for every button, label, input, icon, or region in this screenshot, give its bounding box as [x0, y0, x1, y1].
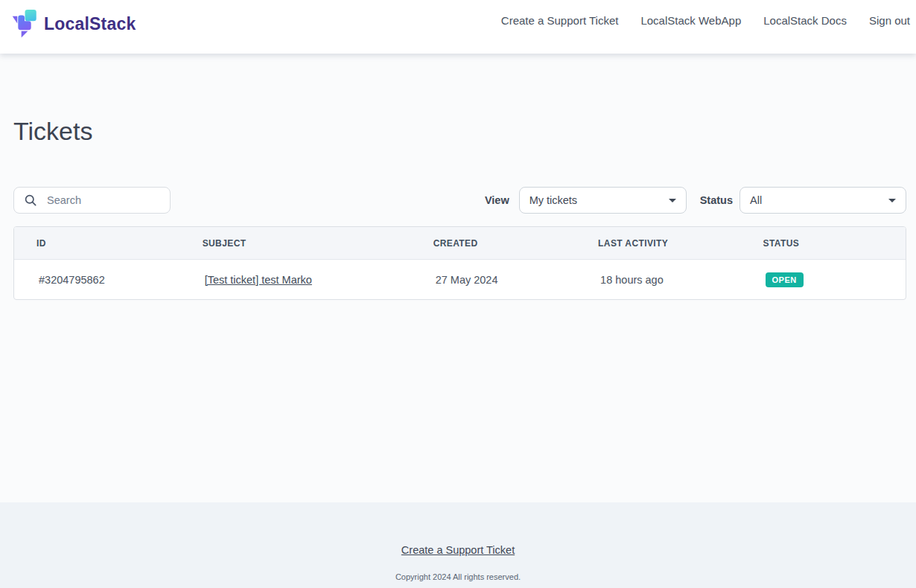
nav-create-support-ticket[interactable]: Create a Support Ticket: [501, 14, 619, 27]
brand-name: LocalStack: [44, 14, 136, 34]
main-content: Tickets View My tickets Status All: [0, 54, 916, 502]
ticket-last-activity: 18 hours ago: [576, 259, 740, 299]
column-header-subject: SUBJECT: [180, 227, 411, 259]
ticket-row: #3204795862 [Test ticket] test Marko 27 …: [14, 259, 906, 299]
column-header-last-activity: LAST ACTIVITY: [576, 227, 740, 259]
ticket-created: 27 May 2024: [411, 259, 576, 299]
app-footer: Create a Support Ticket Copyright 2024 A…: [0, 502, 916, 588]
localstack-logo[interactable]: LocalStack: [12, 10, 136, 38]
top-nav: Create a Support Ticket LocalStack WebAp…: [501, 14, 910, 27]
footer-create-support-ticket-link[interactable]: Create a Support Ticket: [401, 544, 515, 556]
status-badge: OPEN: [766, 272, 804, 287]
status-select-value: All: [750, 194, 883, 206]
column-header-status: STATUS: [741, 227, 906, 259]
caret-down-icon: [664, 191, 681, 209]
nav-localstack-docs[interactable]: LocalStack Docs: [763, 14, 847, 27]
localstack-logo-icon: [12, 10, 37, 38]
nav-localstack-webapp[interactable]: LocalStack WebApp: [640, 14, 741, 27]
view-select[interactable]: My tickets: [519, 187, 687, 214]
column-header-id: ID: [14, 227, 180, 259]
page: LocalStack Create a Support Ticket Local…: [0, 0, 916, 588]
caret-down-icon: [883, 191, 901, 209]
view-select-value: My tickets: [529, 194, 664, 206]
table-header-row: ID SUBJECT CREATED LAST ACTIVITY STATUS: [14, 227, 906, 259]
filters-row: View My tickets Status All: [13, 187, 906, 214]
app-header: LocalStack Create a Support Ticket Local…: [0, 0, 916, 54]
tickets-table: ID SUBJECT CREATED LAST ACTIVITY STATUS …: [13, 226, 906, 300]
search-icon: [23, 193, 38, 208]
search-box: [13, 187, 171, 214]
column-header-created: CREATED: [411, 227, 576, 259]
ticket-id: #3204795862: [14, 259, 180, 299]
view-filter-label: View: [485, 194, 509, 206]
search-input[interactable]: [45, 194, 162, 207]
copyright-text: Copyright 2024 All rights reserved.: [0, 572, 916, 581]
page-title: Tickets: [13, 118, 906, 145]
status-select[interactable]: All: [740, 187, 906, 214]
status-filter-label: Status: [700, 194, 733, 206]
ticket-subject-link[interactable]: [Test ticket] test Marko: [205, 274, 312, 286]
nav-sign-out[interactable]: Sign out: [869, 14, 910, 27]
